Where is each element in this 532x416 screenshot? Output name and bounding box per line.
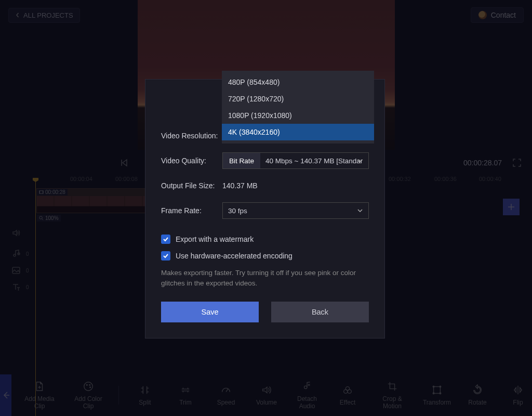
framerate-label: Frame Rate: [161, 206, 222, 215]
filesize-label: Output File Size: [161, 181, 222, 190]
resolution-label: Video Resolution: [161, 132, 222, 140]
quality-select[interactable]: Bit Rate 40 Mbps ~ 140.37 MB [Standar [222, 152, 369, 169]
hwaccel-helper-text: Makes exporting faster. Try turning it o… [161, 268, 369, 289]
filesize-value: 140.37 MB [222, 181, 258, 190]
framerate-select[interactable]: 30 fps [222, 202, 369, 219]
chevron-down-icon [357, 158, 363, 164]
resolution-option-4k[interactable]: 4K (3840x2160) [222, 124, 374, 140]
watermark-label: Export with a watermark [176, 235, 254, 243]
back-button[interactable]: Back [271, 302, 369, 322]
save-button[interactable]: Save [161, 302, 259, 322]
hwaccel-checkbox[interactable] [161, 251, 170, 261]
watermark-checkbox[interactable] [161, 235, 170, 244]
quality-seg-bitrate[interactable]: Bit Rate [223, 153, 260, 168]
resolution-option-480p[interactable]: 480P (854x480) [222, 74, 374, 90]
hwaccel-label: Use hardware-accelerated encoding [176, 252, 292, 260]
quality-label: Video Quality: [161, 157, 222, 165]
resolution-option-720p[interactable]: 720P (1280x720) [222, 90, 374, 107]
check-icon [163, 253, 169, 259]
resolution-option-1080p[interactable]: 1080P (1920x1080) [222, 107, 374, 124]
resolution-dropdown[interactable]: 480P (854x480) 720P (1280x720) 1080P (19… [222, 71, 374, 144]
quality-value[interactable]: 40 Mbps ~ 140.37 MB [Standar [260, 153, 368, 168]
chevron-down-icon [357, 207, 363, 214]
check-icon [163, 236, 169, 242]
